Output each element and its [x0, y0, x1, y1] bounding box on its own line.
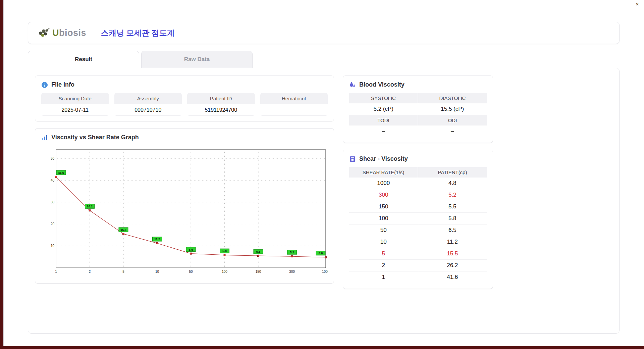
- titlebar: ×: [4, 0, 644, 8]
- file-info-fields: Scanning Date 2025-07-11 Assembly 000710…: [41, 93, 328, 116]
- shear-rate-cell: 2: [349, 260, 418, 271]
- svg-text:100: 100: [222, 270, 227, 273]
- systolic-header: SYSTOLIC: [349, 93, 418, 103]
- right-column: Blood Viscosity SYSTOLIC DIASTOLIC 5.2 (…: [343, 76, 493, 289]
- patient-cell: 4.8: [418, 178, 487, 189]
- file-info-title: File Info: [51, 81, 74, 88]
- todi-value: –: [349, 126, 418, 137]
- shear-rate-cell: 50: [349, 225, 418, 236]
- svg-text:26.2: 26.2: [87, 205, 93, 208]
- svg-text:1: 1: [55, 270, 57, 273]
- patient-cell: 41.6: [418, 271, 487, 283]
- table-row: 5 15.5: [349, 248, 487, 260]
- todi-header: TODI: [349, 115, 418, 126]
- svg-text:5: 5: [122, 270, 124, 273]
- shear-viscosity-title: Shear - Viscosity: [359, 155, 408, 162]
- svg-text:11.2: 11.2: [154, 238, 160, 241]
- blood-viscosity-title: Blood Viscosity: [359, 81, 405, 88]
- odi-header: ODI: [418, 115, 487, 126]
- shear-rate-column-header: SHEAR RATE(1/s): [349, 167, 418, 178]
- svg-text:150: 150: [256, 270, 261, 273]
- page-title: 스캐닝 모세관 점도계: [101, 28, 175, 38]
- patient-cell: 15.5: [418, 248, 487, 260]
- logo-text-rest: biosis: [59, 28, 86, 38]
- chart-wrap: 10203040501251050100150300100041.626.215…: [41, 146, 328, 278]
- content: Ubiosis 스캐닝 모세관 점도계 Result Raw Data: [4, 8, 644, 334]
- droplet-icon: [349, 82, 356, 88]
- table-row: 150 5.5: [349, 201, 487, 213]
- patient-cell: 6.5: [418, 225, 487, 236]
- blood-viscosity-card: Blood Viscosity SYSTOLIC DIASTOLIC 5.2 (…: [343, 76, 493, 143]
- svg-text:20: 20: [51, 222, 55, 226]
- viscosity-chart: 10203040501251050100150300100041.626.215…: [46, 146, 328, 277]
- field-assembly: Assembly 000710710: [114, 93, 182, 116]
- logo-leaf-icon: [38, 28, 50, 38]
- svg-text:4.8: 4.8: [319, 252, 323, 255]
- shear-rate-cell: 100: [349, 213, 418, 225]
- file-info-title-row: i File Info: [41, 81, 328, 88]
- table-row: 300 5.2: [349, 189, 487, 201]
- logo-text: Ubiosis: [52, 28, 86, 38]
- shear-rate-cell: 5: [349, 248, 418, 260]
- svg-text:5.5: 5.5: [256, 250, 261, 253]
- svg-text:15.5: 15.5: [120, 228, 126, 232]
- blood-viscosity-title-row: Blood Viscosity: [349, 81, 487, 88]
- graph-title: Viscosity vs Shear Rate Graph: [51, 134, 139, 141]
- info-icon: i: [41, 82, 48, 88]
- field-value: [260, 104, 328, 116]
- logo: Ubiosis: [38, 28, 86, 38]
- table-header-row: SYSTOLIC DIASTOLIC: [349, 93, 487, 103]
- shear-rate-cell: 10: [349, 236, 418, 248]
- field-value: 2025-07-11: [41, 104, 109, 116]
- table-row: 1 41.6: [349, 271, 487, 283]
- svg-text:i: i: [44, 83, 45, 88]
- table-row: 2 26.2: [349, 260, 487, 271]
- patient-cell: 5.5: [418, 201, 487, 213]
- svg-text:50: 50: [189, 270, 193, 273]
- svg-text:6.5: 6.5: [189, 248, 193, 251]
- table-row: 5.2 (cP) 15.5 (cP): [349, 103, 487, 115]
- shear-rate-cell: 1000: [349, 178, 418, 189]
- table-header-row: TODI ODI: [349, 115, 487, 126]
- svg-text:30: 30: [51, 200, 55, 204]
- svg-text:5.8: 5.8: [222, 249, 227, 253]
- shear-rate-cell: 150: [349, 201, 418, 213]
- patient-column-header: PATIENT(cp): [418, 167, 487, 178]
- table-row: 10 11.2: [349, 236, 487, 248]
- logo-text-u: U: [52, 28, 59, 38]
- graph-card: Viscosity vs Shear Rate Graph 1020304050…: [35, 128, 334, 284]
- shear-viscosity-card: Shear - Viscosity SHEAR RATE(1/s) PATIEN…: [343, 150, 493, 289]
- app-window: × Ubiosis 스캐닝 모세관 점도계 Result Raw Data: [3, 0, 644, 346]
- svg-text:50: 50: [51, 157, 55, 160]
- tab-raw-data[interactable]: Raw Data: [141, 51, 253, 68]
- svg-text:40: 40: [51, 179, 55, 182]
- table-header-row: SHEAR RATE(1/s) PATIENT(cp): [349, 167, 487, 178]
- table-row: 50 6.5: [349, 225, 487, 236]
- svg-text:41.6: 41.6: [58, 171, 64, 174]
- field-label: Hematocrit: [260, 93, 328, 104]
- systolic-value: 5.2 (cP): [349, 103, 418, 115]
- shear-viscosity-title-row: Shear - Viscosity: [349, 155, 487, 162]
- tab-result[interactable]: Result: [28, 51, 139, 68]
- calculator-icon: [349, 156, 356, 162]
- odi-value: –: [418, 126, 487, 137]
- field-value: 000710710: [114, 104, 182, 116]
- field-label: Patient ID: [187, 93, 255, 104]
- blood-viscosity-table: SYSTOLIC DIASTOLIC 5.2 (cP) 15.5 (cP) TO…: [349, 93, 487, 137]
- svg-text:5.2: 5.2: [290, 251, 294, 254]
- field-patient-id: Patient ID 51911924700: [187, 93, 255, 116]
- table-row: – –: [349, 126, 487, 137]
- graph-title-row: Viscosity vs Shear Rate Graph: [41, 134, 328, 141]
- field-label: Scanning Date: [41, 93, 109, 104]
- svg-text:10: 10: [155, 270, 159, 273]
- svg-text:1000: 1000: [322, 270, 328, 273]
- close-icon[interactable]: ×: [636, 1, 639, 8]
- svg-text:10: 10: [51, 244, 55, 248]
- shear-rate-cell: 1: [349, 271, 418, 283]
- patient-cell: 11.2: [418, 236, 487, 248]
- table-row: 100 5.8: [349, 213, 487, 225]
- field-label: Assembly: [114, 93, 182, 104]
- panel-grid: i File Info Scanning Date 2025-07-11 Ass…: [35, 76, 612, 289]
- patient-cell: 5.2: [418, 189, 487, 201]
- field-value: 51911924700: [187, 104, 255, 116]
